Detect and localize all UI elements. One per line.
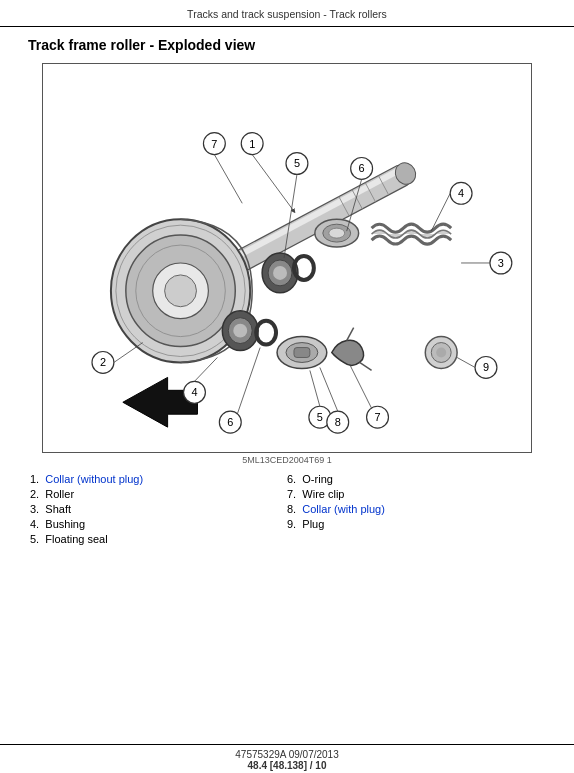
page-header: Tracks and track suspension - Track roll… (0, 0, 574, 27)
svg-text:3: 3 (498, 257, 504, 269)
part-label: Plug (302, 518, 324, 530)
main-content: Track frame roller - Exploded view (0, 27, 574, 558)
svg-text:7: 7 (374, 411, 380, 423)
list-item: 7. Wire clip (287, 488, 544, 500)
svg-text:8: 8 (335, 416, 341, 428)
part-label: Floating seal (45, 533, 107, 545)
part-num: 5. (30, 533, 39, 545)
list-item: 6. O-ring (287, 473, 544, 485)
svg-text:4: 4 (191, 386, 197, 398)
part-num: 9. (287, 518, 296, 530)
svg-rect-28 (294, 348, 310, 358)
part-label: O-ring (302, 473, 333, 485)
part-label: Collar (with plug) (302, 503, 385, 515)
part-label: Roller (45, 488, 74, 500)
footer-part-number: 47575329A 09/07/2013 (0, 749, 574, 760)
part-label: Wire clip (302, 488, 344, 500)
parts-list: 1. Collar (without plug) 2. Roller 3. Sh… (28, 473, 546, 548)
svg-text:5: 5 (317, 411, 323, 423)
part-num: 4. (30, 518, 39, 530)
header-title: Tracks and track suspension - Track roll… (187, 8, 387, 20)
list-item: 9. Plug (287, 518, 544, 530)
part-label: Bushing (45, 518, 85, 530)
part-num: 2. (30, 488, 39, 500)
svg-text:1: 1 (249, 138, 255, 150)
part-label: Shaft (45, 503, 71, 515)
svg-text:2: 2 (100, 356, 106, 368)
parts-col-right: 6. O-ring 7. Wire clip 8. Collar (with p… (287, 473, 544, 548)
list-item: 5. Floating seal (30, 533, 287, 545)
page-footer: 47575329A 09/07/2013 48.4 [48.138] / 10 (0, 744, 574, 773)
part-num: 1. (30, 473, 39, 485)
svg-point-17 (273, 266, 287, 280)
footer-page-number: 48.4 [48.138] / 10 (0, 760, 574, 771)
section-title: Track frame roller - Exploded view (28, 37, 546, 53)
list-item: 2. Roller (30, 488, 287, 500)
svg-text:5: 5 (294, 157, 300, 169)
exploded-view-svg: 1 7 5 6 4 3 (43, 64, 531, 452)
diagram-container: 1 7 5 6 4 3 (42, 63, 532, 453)
diagram-caption: 5ML13CED2004T69 1 (28, 455, 546, 465)
svg-point-12 (165, 275, 197, 307)
list-item: 4. Bushing (30, 518, 287, 530)
svg-text:9: 9 (483, 361, 489, 373)
page-container: Tracks and track suspension - Track roll… (0, 0, 574, 773)
part-num: 8. (287, 503, 296, 515)
svg-text:4: 4 (458, 187, 464, 199)
svg-point-25 (329, 228, 345, 238)
part-num: 3. (30, 503, 39, 515)
svg-point-20 (233, 324, 247, 338)
part-label: Collar (without plug) (45, 473, 143, 485)
parts-col-left: 1. Collar (without plug) 2. Roller 3. Sh… (30, 473, 287, 548)
list-item: 8. Collar (with plug) (287, 503, 544, 515)
svg-text:6: 6 (359, 162, 365, 174)
svg-text:7: 7 (211, 138, 217, 150)
part-num: 7. (287, 488, 296, 500)
list-item: 3. Shaft (30, 503, 287, 515)
part-num: 6. (287, 473, 296, 485)
list-item: 1. Collar (without plug) (30, 473, 287, 485)
svg-text:6: 6 (227, 416, 233, 428)
svg-point-31 (436, 348, 446, 358)
